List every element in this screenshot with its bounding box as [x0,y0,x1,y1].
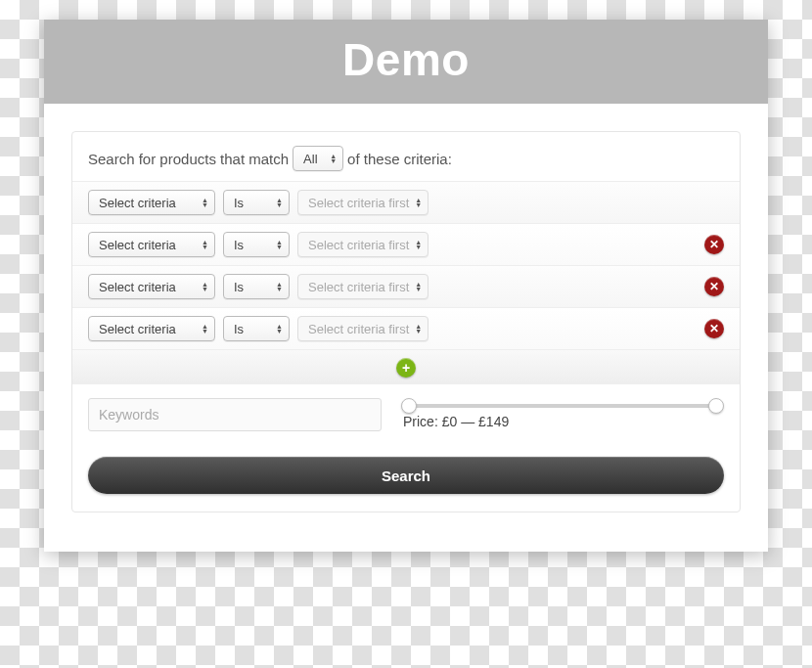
criteria-select[interactable]: Select criteria▲▼ [88,232,215,257]
add-criteria-button[interactable]: + [396,358,416,378]
price-slider-min-handle[interactable] [401,398,417,414]
price-label: Price: £0 — £149 [401,414,724,429]
keywords-input[interactable] [88,398,382,431]
match-mode-select[interactable]: All ▲▼ [293,146,343,171]
operator-select[interactable]: Is▲▼ [223,274,290,299]
value-select-value: Select criteria first [308,196,409,210]
stepper-icon: ▲▼ [276,324,283,334]
stepper-icon: ▲▼ [415,282,422,291]
criteria-row: Select criteria▲▼Is▲▼Select criteria fir… [72,181,740,223]
stepper-icon: ▲▼ [330,154,337,163]
plus-icon: + [402,360,410,376]
content-area: Search for products that match All ▲▼ of… [44,104,768,552]
operator-select[interactable]: Is▲▼ [223,316,290,341]
criteria-select-value: Select criteria [99,322,176,336]
close-icon: ✕ [709,238,719,251]
criteria-row: Select criteria▲▼Is▲▼Select criteria fir… [72,223,740,265]
close-icon: ✕ [709,322,719,335]
page-title: Demo [44,20,768,104]
search-row: Search [72,443,740,512]
search-button[interactable]: Search [88,457,724,494]
value-select-value: Select criteria first [308,280,409,294]
operator-select-value: Is [234,280,244,294]
demo-window: Demo Search for products that match All … [44,20,768,552]
criteria-select-value: Select criteria [99,238,176,252]
remove-criteria-button[interactable]: ✕ [704,277,724,296]
match-mode-value: All [303,152,317,166]
stepper-icon: ▲▼ [202,240,208,249]
criteria-row: Select criteria▲▼Is▲▼Select criteria fir… [72,307,740,349]
operator-select-value: Is [234,196,244,210]
criteria-select-value: Select criteria [99,280,176,294]
value-select[interactable]: Select criteria first▲▼ [297,232,429,257]
criteria-row: Select criteria▲▼Is▲▼Select criteria fir… [72,265,740,307]
stepper-icon: ▲▼ [276,282,283,291]
value-select[interactable]: Select criteria first▲▼ [297,316,429,341]
criteria-select[interactable]: Select criteria▲▼ [88,190,215,215]
intro-suffix: of these criteria: [347,151,452,167]
stepper-icon: ▲▼ [415,198,422,207]
stepper-icon: ▲▼ [202,324,208,334]
value-select[interactable]: Select criteria first▲▼ [297,274,429,299]
value-select-value: Select criteria first [308,238,409,252]
intro-prefix: Search for products that match [88,151,289,167]
value-select-value: Select criteria first [308,322,409,336]
operator-select[interactable]: Is▲▼ [223,190,290,215]
stepper-icon: ▲▼ [276,198,283,207]
operator-select[interactable]: Is▲▼ [223,232,290,257]
keywords-price-row: Price: £0 — £149 [72,383,740,443]
criteria-panel: Search for products that match All ▲▼ of… [71,131,741,512]
stepper-icon: ▲▼ [202,282,208,291]
criteria-select[interactable]: Select criteria▲▼ [88,316,215,341]
value-select[interactable]: Select criteria first▲▼ [297,190,429,215]
remove-criteria-button[interactable]: ✕ [704,235,724,254]
price-slider[interactable] [409,404,716,408]
price-slider-max-handle[interactable] [708,398,724,414]
criteria-intro: Search for products that match All ▲▼ of… [72,132,740,181]
operator-select-value: Is [234,238,244,252]
price-slider-area: Price: £0 — £149 [401,400,724,429]
stepper-icon: ▲▼ [202,198,208,207]
add-row-bar: + [72,349,740,383]
stepper-icon: ▲▼ [415,324,422,334]
close-icon: ✕ [709,280,719,293]
stepper-icon: ▲▼ [276,240,283,249]
remove-criteria-button[interactable]: ✕ [704,319,724,338]
operator-select-value: Is [234,322,244,336]
criteria-select[interactable]: Select criteria▲▼ [88,274,215,299]
criteria-select-value: Select criteria [99,196,176,210]
stepper-icon: ▲▼ [415,240,422,249]
